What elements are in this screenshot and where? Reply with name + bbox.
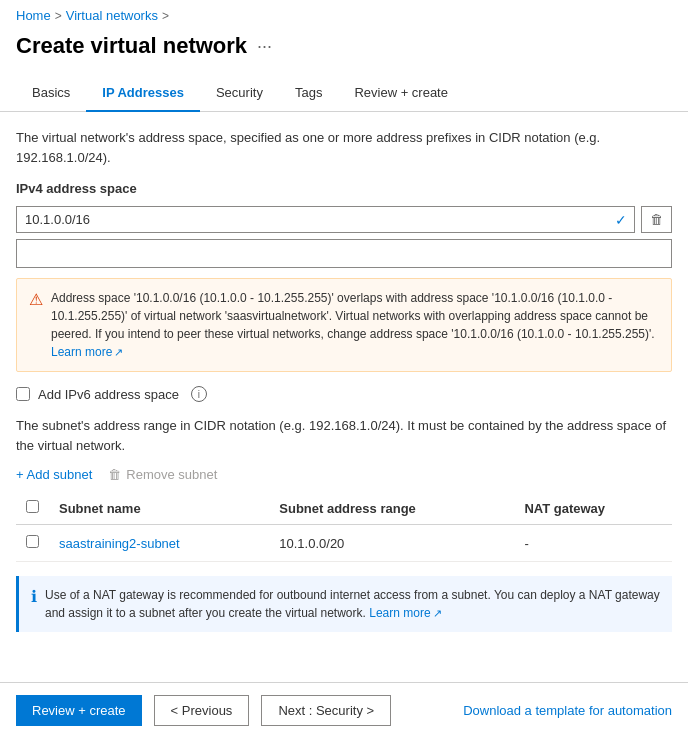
- breadcrumb-virtual-networks[interactable]: Virtual networks: [66, 8, 158, 23]
- warning-text: Address space '10.1.0.0/16 (10.1.0.0 - 1…: [51, 289, 659, 361]
- ipv6-checkbox-row: Add IPv6 address space i: [16, 386, 672, 402]
- delete-ipv4-button[interactable]: 🗑: [641, 206, 672, 233]
- download-template-button[interactable]: Download a template for automation: [463, 703, 672, 718]
- select-all-checkbox[interactable]: [26, 500, 39, 513]
- breadcrumb: Home > Virtual networks >: [0, 0, 688, 27]
- tab-security[interactable]: Security: [200, 75, 279, 112]
- page-title: Create virtual network: [16, 33, 247, 59]
- nat-learn-more-link[interactable]: Learn more↗: [369, 606, 441, 620]
- nat-ext-link-icon: ↗: [433, 607, 442, 619]
- ipv4-secondary-input[interactable]: [16, 239, 672, 268]
- ipv6-checkbox[interactable]: [16, 387, 30, 401]
- warning-learn-more-link[interactable]: Learn more↗: [51, 345, 123, 359]
- warning-box: ⚠ Address space '10.1.0.0/16 (10.1.0.0 -…: [16, 278, 672, 372]
- external-link-icon: ↗: [114, 346, 123, 358]
- delete-icon: 🗑: [650, 212, 663, 227]
- col-header-nat-gateway: NAT gateway: [514, 492, 672, 525]
- nat-gateway-cell: -: [514, 525, 672, 562]
- ipv4-section-title: IPv4 address space: [16, 181, 672, 196]
- breadcrumb-sep2: >: [162, 9, 169, 23]
- ipv6-info-icon[interactable]: i: [191, 386, 207, 402]
- tab-basics[interactable]: Basics: [16, 75, 86, 112]
- ipv6-checkbox-label[interactable]: Add IPv6 address space: [38, 387, 179, 402]
- tab-review-create[interactable]: Review + create: [338, 75, 464, 112]
- footer: Review + create < Previous Next : Securi…: [0, 682, 688, 738]
- remove-subnet-label: Remove subnet: [126, 467, 217, 482]
- table-header-checkbox: [16, 492, 49, 525]
- review-create-button[interactable]: Review + create: [16, 695, 142, 726]
- main-content: The virtual network's address space, spe…: [0, 112, 688, 662]
- input-checkmark-icon: ✓: [615, 212, 627, 228]
- subnet-name-cell: saastraining2-subnet: [49, 525, 269, 562]
- ipv4-address-input[interactable]: [16, 206, 635, 233]
- remove-subnet-button[interactable]: 🗑 Remove subnet: [108, 467, 217, 482]
- ipv4-address-input-wrapper: ✓: [16, 206, 635, 233]
- row-checkbox-cell: [16, 525, 49, 562]
- subnet-name-link[interactable]: saastraining2-subnet: [59, 536, 180, 551]
- subnet-description: The subnet's address range in CIDR notat…: [16, 416, 672, 455]
- warning-icon: ⚠: [29, 290, 43, 361]
- nat-info-text: Use of a NAT gateway is recommended for …: [45, 586, 660, 622]
- col-header-subnet-name: Subnet name: [49, 492, 269, 525]
- table-row: saastraining2-subnet 10.1.0.0/20 -: [16, 525, 672, 562]
- remove-subnet-icon: 🗑: [108, 467, 121, 482]
- section-description: The virtual network's address space, spe…: [16, 128, 672, 167]
- nat-info-box: ℹ Use of a NAT gateway is recommended fo…: [16, 576, 672, 632]
- add-subnet-button[interactable]: + Add subnet: [16, 467, 92, 482]
- nat-info-icon: ℹ: [31, 587, 37, 622]
- page-header: Create virtual network ···: [0, 27, 688, 75]
- breadcrumb-sep1: >: [55, 9, 62, 23]
- previous-button[interactable]: < Previous: [154, 695, 250, 726]
- tab-ip-addresses[interactable]: IP Addresses: [86, 75, 200, 112]
- action-bar: + Add subnet 🗑 Remove subnet: [16, 467, 672, 482]
- tab-tags[interactable]: Tags: [279, 75, 338, 112]
- breadcrumb-home[interactable]: Home: [16, 8, 51, 23]
- col-header-subnet-address: Subnet address range: [269, 492, 514, 525]
- more-options-icon[interactable]: ···: [257, 36, 272, 57]
- next-security-button[interactable]: Next : Security >: [261, 695, 391, 726]
- subnets-table: Subnet name Subnet address range NAT gat…: [16, 492, 672, 562]
- tabs: Basics IP Addresses Security Tags Review…: [0, 75, 688, 112]
- row-checkbox[interactable]: [26, 535, 39, 548]
- subnet-address-cell: 10.1.0.0/20: [269, 525, 514, 562]
- ipv4-input-row: ✓ 🗑: [16, 206, 672, 233]
